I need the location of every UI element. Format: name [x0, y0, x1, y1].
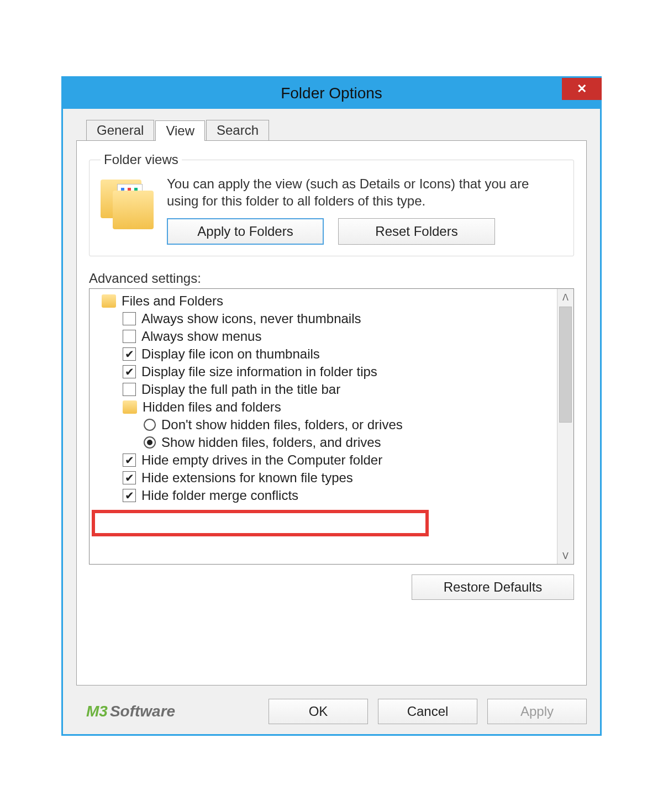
- scroll-down-icon[interactable]: ᐯ: [557, 547, 573, 564]
- tree-label: Files and Folders: [122, 293, 223, 309]
- option-always-icons[interactable]: Always show icons, never thumbnails: [92, 310, 555, 328]
- option-display-file-icon[interactable]: ✔ Display file icon on thumbnails: [92, 345, 555, 363]
- tree-root-files-folders: Files and Folders: [92, 292, 555, 310]
- tab-panel-view: Folder views You can apply the view (suc…: [76, 140, 587, 686]
- window-title: Folder Options: [281, 85, 382, 102]
- dialog-footer: M3 Software OK Cancel Apply: [63, 691, 600, 734]
- restore-defaults-button[interactable]: Restore Defaults: [412, 574, 574, 600]
- tree-group-hidden-files: Hidden files and folders: [92, 398, 555, 416]
- brand-m3: M3: [86, 703, 108, 720]
- close-icon: ✕: [577, 82, 587, 96]
- radio-unchecked-icon[interactable]: [144, 419, 156, 431]
- folder-views-group: Folder views You can apply the view (suc…: [89, 152, 574, 256]
- tree-label: Hide extensions for known file types: [141, 470, 353, 486]
- tab-search[interactable]: Search: [206, 120, 269, 140]
- tree-label: Show hidden files, folders, and drives: [161, 435, 381, 450]
- highlight-hide-extensions: [92, 510, 429, 536]
- tree-content: Files and Folders Always show icons, nev…: [90, 289, 557, 564]
- tab-view[interactable]: View: [155, 120, 205, 141]
- tree-label: Hide folder merge conflicts: [141, 488, 298, 503]
- checkbox-checked-icon[interactable]: ✔: [123, 454, 136, 467]
- option-hide-empty-drives[interactable]: ✔ Hide empty drives in the Computer fold…: [92, 451, 555, 469]
- scroll-thumb[interactable]: [559, 307, 572, 423]
- option-hide-merge-conflicts[interactable]: ✔ Hide folder merge conflicts: [92, 487, 555, 504]
- checkbox-unchecked-icon[interactable]: [123, 383, 136, 396]
- option-hide-extensions[interactable]: ✔ Hide extensions for known file types: [92, 469, 555, 487]
- tree-label: Always show icons, never thumbnails: [141, 311, 361, 326]
- tree-label: Display the full path in the title bar: [141, 382, 340, 397]
- checkbox-checked-icon[interactable]: ✔: [123, 471, 136, 484]
- tree-label: Hidden files and folders: [143, 399, 281, 415]
- tab-general[interactable]: General: [86, 120, 154, 140]
- scroll-up-icon[interactable]: ᐱ: [557, 289, 573, 305]
- folder-options-window: Folder Options ✕ General View Search Fol…: [61, 76, 602, 736]
- apply-button[interactable]: Apply: [487, 699, 587, 724]
- title-bar: Folder Options ✕: [63, 78, 600, 109]
- tree-label: Don't show hidden files, folders, or dri…: [161, 417, 403, 433]
- folder-views-legend: Folder views: [101, 152, 182, 167]
- reset-folders-button[interactable]: Reset Folders: [338, 218, 495, 245]
- tree-label: Display file icon on thumbnails: [141, 346, 320, 362]
- option-display-full-path[interactable]: Display the full path in the title bar: [92, 381, 555, 398]
- folders-icon: [101, 177, 156, 233]
- tree-label: Display file size information in folder …: [141, 364, 377, 379]
- advanced-settings-label: Advanced settings:: [89, 271, 574, 286]
- option-display-file-size[interactable]: ✔ Display file size information in folde…: [92, 363, 555, 381]
- tree-label: Always show menus: [141, 329, 261, 344]
- advanced-settings-tree: Files and Folders Always show icons, nev…: [89, 288, 574, 565]
- tree-label: Hide empty drives in the Computer folder: [141, 452, 382, 468]
- folder-views-description: You can apply the view (such as Details …: [167, 175, 562, 209]
- checkbox-unchecked-icon[interactable]: [123, 330, 136, 343]
- brand-software: Software: [110, 703, 175, 720]
- ok-button[interactable]: OK: [269, 699, 368, 724]
- radio-checked-icon[interactable]: [144, 436, 156, 449]
- client-area: General View Search Folder views: [63, 109, 600, 691]
- checkbox-checked-icon[interactable]: ✔: [123, 365, 136, 378]
- apply-to-folders-button[interactable]: Apply to Folders: [167, 218, 324, 245]
- folder-icon: [102, 294, 116, 308]
- vertical-scrollbar[interactable]: ᐱ ᐯ: [557, 289, 573, 564]
- option-dont-show-hidden[interactable]: Don't show hidden files, folders, or dri…: [92, 416, 555, 434]
- brand-watermark: M3 Software: [86, 703, 175, 720]
- checkbox-checked-icon[interactable]: ✔: [123, 489, 136, 502]
- checkbox-unchecked-icon[interactable]: [123, 312, 136, 325]
- tab-strip: General View Search: [86, 120, 587, 140]
- option-always-menus[interactable]: Always show menus: [92, 328, 555, 345]
- option-show-hidden[interactable]: Show hidden files, folders, and drives: [92, 434, 555, 451]
- checkbox-checked-icon[interactable]: ✔: [123, 347, 136, 361]
- scroll-track[interactable]: [557, 305, 573, 547]
- folder-icon: [123, 400, 137, 414]
- close-button[interactable]: ✕: [562, 78, 602, 100]
- cancel-button[interactable]: Cancel: [378, 699, 477, 724]
